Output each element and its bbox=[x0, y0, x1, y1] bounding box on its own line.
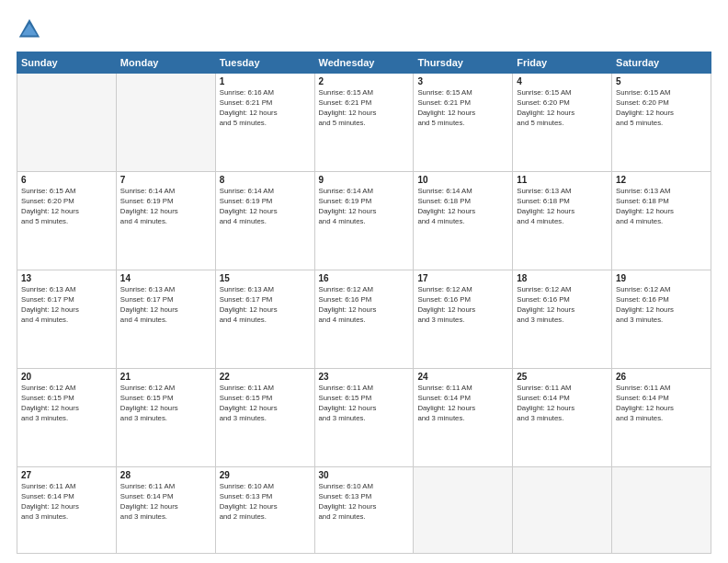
calendar-cell: 19Sunrise: 6:12 AM Sunset: 6:16 PM Dayli… bbox=[612, 270, 711, 369]
day-info: Sunrise: 6:11 AM Sunset: 6:15 PM Dayligh… bbox=[220, 384, 311, 424]
calendar-cell bbox=[116, 74, 215, 172]
day-number: 24 bbox=[417, 372, 508, 382]
calendar-cell: 14Sunrise: 6:13 AM Sunset: 6:17 PM Dayli… bbox=[116, 270, 215, 369]
calendar-cell: 17Sunrise: 6:12 AM Sunset: 6:16 PM Dayli… bbox=[414, 270, 513, 369]
day-info: Sunrise: 6:15 AM Sunset: 6:20 PM Dayligh… bbox=[616, 88, 707, 129]
day-info: Sunrise: 6:11 AM Sunset: 6:15 PM Dayligh… bbox=[319, 384, 410, 424]
day-info: Sunrise: 6:11 AM Sunset: 6:14 PM Dayligh… bbox=[616, 384, 707, 424]
calendar-header-monday: Monday bbox=[116, 52, 215, 74]
day-number: 3 bbox=[417, 76, 508, 86]
day-number: 1 bbox=[220, 76, 311, 86]
day-info: Sunrise: 6:15 AM Sunset: 6:20 PM Dayligh… bbox=[21, 187, 112, 227]
day-info: Sunrise: 6:11 AM Sunset: 6:14 PM Dayligh… bbox=[517, 384, 608, 424]
calendar-cell: 18Sunrise: 6:12 AM Sunset: 6:16 PM Dayli… bbox=[513, 270, 612, 369]
day-number: 28 bbox=[120, 470, 211, 480]
day-info: Sunrise: 6:13 AM Sunset: 6:18 PM Dayligh… bbox=[616, 187, 707, 227]
day-info: Sunrise: 6:12 AM Sunset: 6:15 PM Dayligh… bbox=[21, 384, 112, 424]
calendar-cell: 10Sunrise: 6:14 AM Sunset: 6:18 PM Dayli… bbox=[414, 172, 513, 270]
day-info: Sunrise: 6:13 AM Sunset: 6:17 PM Dayligh… bbox=[120, 285, 211, 326]
day-number: 13 bbox=[21, 273, 112, 283]
day-number: 14 bbox=[120, 273, 211, 283]
calendar-table: SundayMondayTuesdayWednesdayThursdayFrid… bbox=[17, 52, 711, 554]
day-number: 2 bbox=[319, 76, 410, 86]
calendar-cell: 2Sunrise: 6:15 AM Sunset: 6:21 PM Daylig… bbox=[314, 74, 414, 172]
page: SundayMondayTuesdayWednesdayThursdayFrid… bbox=[0, 0, 728, 563]
day-info: Sunrise: 6:13 AM Sunset: 6:17 PM Dayligh… bbox=[220, 285, 311, 326]
calendar-cell bbox=[414, 467, 513, 554]
day-info: Sunrise: 6:12 AM Sunset: 6:15 PM Dayligh… bbox=[120, 384, 211, 424]
calendar-week-row: 6Sunrise: 6:15 AM Sunset: 6:20 PM Daylig… bbox=[17, 172, 711, 270]
calendar-header-saturday: Saturday bbox=[612, 52, 711, 74]
day-number: 4 bbox=[517, 76, 608, 86]
day-number: 8 bbox=[220, 175, 311, 185]
calendar-cell bbox=[612, 467, 711, 554]
calendar-cell: 25Sunrise: 6:11 AM Sunset: 6:14 PM Dayli… bbox=[513, 369, 612, 467]
day-number: 15 bbox=[220, 273, 311, 283]
calendar-cell bbox=[513, 467, 612, 554]
day-number: 18 bbox=[517, 273, 608, 283]
day-info: Sunrise: 6:14 AM Sunset: 6:19 PM Dayligh… bbox=[319, 187, 410, 227]
calendar-cell: 16Sunrise: 6:12 AM Sunset: 6:16 PM Dayli… bbox=[314, 270, 414, 369]
calendar-header-row: SundayMondayTuesdayWednesdayThursdayFrid… bbox=[17, 52, 711, 74]
day-number: 9 bbox=[319, 175, 410, 185]
calendar-header-thursday: Thursday bbox=[414, 52, 513, 74]
calendar-cell: 11Sunrise: 6:13 AM Sunset: 6:18 PM Dayli… bbox=[513, 172, 612, 270]
day-info: Sunrise: 6:11 AM Sunset: 6:14 PM Dayligh… bbox=[120, 482, 211, 523]
calendar-cell bbox=[17, 74, 117, 172]
day-number: 26 bbox=[616, 372, 707, 382]
calendar-cell: 4Sunrise: 6:15 AM Sunset: 6:20 PM Daylig… bbox=[513, 74, 612, 172]
day-number: 20 bbox=[21, 372, 112, 382]
day-number: 7 bbox=[120, 175, 211, 185]
day-info: Sunrise: 6:10 AM Sunset: 6:13 PM Dayligh… bbox=[319, 482, 410, 523]
day-info: Sunrise: 6:15 AM Sunset: 6:21 PM Dayligh… bbox=[417, 88, 508, 129]
day-info: Sunrise: 6:13 AM Sunset: 6:18 PM Dayligh… bbox=[517, 187, 608, 227]
day-number: 29 bbox=[220, 470, 311, 480]
day-info: Sunrise: 6:14 AM Sunset: 6:19 PM Dayligh… bbox=[220, 187, 311, 227]
calendar-cell: 24Sunrise: 6:11 AM Sunset: 6:14 PM Dayli… bbox=[414, 369, 513, 467]
day-info: Sunrise: 6:16 AM Sunset: 6:21 PM Dayligh… bbox=[220, 88, 311, 129]
day-info: Sunrise: 6:11 AM Sunset: 6:14 PM Dayligh… bbox=[21, 482, 112, 523]
day-number: 25 bbox=[517, 372, 608, 382]
calendar-header-sunday: Sunday bbox=[17, 52, 117, 74]
day-number: 27 bbox=[21, 470, 112, 480]
day-number: 22 bbox=[220, 372, 311, 382]
calendar-cell: 30Sunrise: 6:10 AM Sunset: 6:13 PM Dayli… bbox=[314, 467, 414, 554]
calendar-cell: 15Sunrise: 6:13 AM Sunset: 6:17 PM Dayli… bbox=[215, 270, 314, 369]
logo-icon bbox=[17, 17, 42, 42]
calendar-cell: 13Sunrise: 6:13 AM Sunset: 6:17 PM Dayli… bbox=[17, 270, 117, 369]
day-info: Sunrise: 6:12 AM Sunset: 6:16 PM Dayligh… bbox=[517, 285, 608, 326]
day-info: Sunrise: 6:15 AM Sunset: 6:21 PM Dayligh… bbox=[319, 88, 410, 129]
day-number: 12 bbox=[616, 175, 707, 185]
calendar-cell: 3Sunrise: 6:15 AM Sunset: 6:21 PM Daylig… bbox=[414, 74, 513, 172]
day-info: Sunrise: 6:12 AM Sunset: 6:16 PM Dayligh… bbox=[319, 285, 410, 326]
day-number: 10 bbox=[417, 175, 508, 185]
day-number: 11 bbox=[517, 175, 608, 185]
day-info: Sunrise: 6:12 AM Sunset: 6:16 PM Dayligh… bbox=[616, 285, 707, 326]
calendar-cell: 5Sunrise: 6:15 AM Sunset: 6:20 PM Daylig… bbox=[612, 74, 711, 172]
calendar-header-wednesday: Wednesday bbox=[314, 52, 414, 74]
calendar-cell: 1Sunrise: 6:16 AM Sunset: 6:21 PM Daylig… bbox=[215, 74, 314, 172]
header bbox=[17, 17, 711, 42]
calendar-cell: 21Sunrise: 6:12 AM Sunset: 6:15 PM Dayli… bbox=[116, 369, 215, 467]
calendar-cell: 26Sunrise: 6:11 AM Sunset: 6:14 PM Dayli… bbox=[612, 369, 711, 467]
day-number: 17 bbox=[417, 273, 508, 283]
calendar-header-friday: Friday bbox=[513, 52, 612, 74]
day-info: Sunrise: 6:14 AM Sunset: 6:18 PM Dayligh… bbox=[417, 187, 508, 227]
day-number: 16 bbox=[319, 273, 410, 283]
calendar-cell: 12Sunrise: 6:13 AM Sunset: 6:18 PM Dayli… bbox=[612, 172, 711, 270]
day-number: 30 bbox=[319, 470, 410, 480]
day-number: 23 bbox=[319, 372, 410, 382]
day-info: Sunrise: 6:11 AM Sunset: 6:14 PM Dayligh… bbox=[417, 384, 508, 424]
calendar-cell: 22Sunrise: 6:11 AM Sunset: 6:15 PM Dayli… bbox=[215, 369, 314, 467]
calendar-week-row: 1Sunrise: 6:16 AM Sunset: 6:21 PM Daylig… bbox=[17, 74, 711, 172]
calendar-week-row: 13Sunrise: 6:13 AM Sunset: 6:17 PM Dayli… bbox=[17, 270, 711, 369]
day-info: Sunrise: 6:15 AM Sunset: 6:20 PM Dayligh… bbox=[517, 88, 608, 129]
day-number: 5 bbox=[616, 76, 707, 86]
day-info: Sunrise: 6:12 AM Sunset: 6:16 PM Dayligh… bbox=[417, 285, 508, 326]
calendar-header-tuesday: Tuesday bbox=[215, 52, 314, 74]
day-number: 19 bbox=[616, 273, 707, 283]
calendar-cell: 28Sunrise: 6:11 AM Sunset: 6:14 PM Dayli… bbox=[116, 467, 215, 554]
calendar-week-row: 27Sunrise: 6:11 AM Sunset: 6:14 PM Dayli… bbox=[17, 467, 711, 554]
day-info: Sunrise: 6:10 AM Sunset: 6:13 PM Dayligh… bbox=[220, 482, 311, 523]
calendar-cell: 7Sunrise: 6:14 AM Sunset: 6:19 PM Daylig… bbox=[116, 172, 215, 270]
